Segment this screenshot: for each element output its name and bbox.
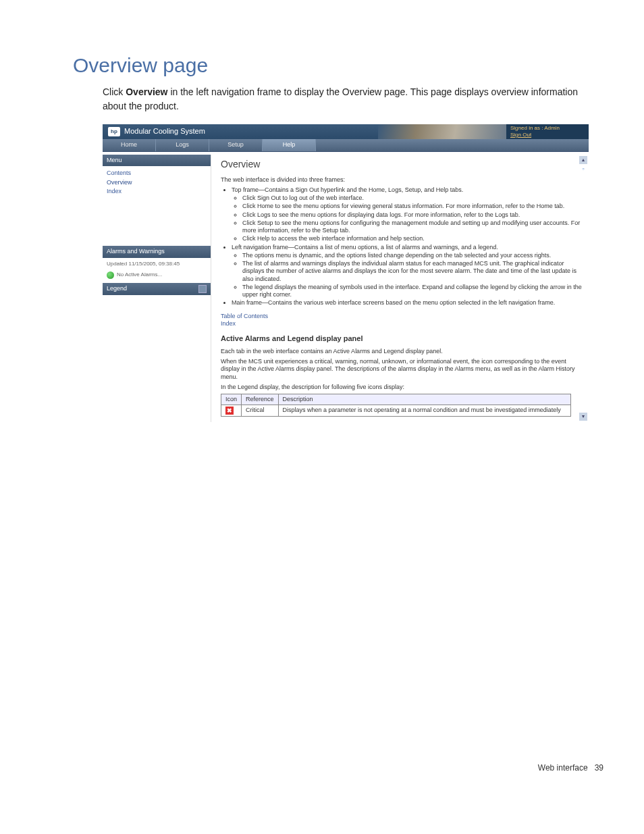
user-box: Signed in as : Admin Sign Out xyxy=(506,124,589,139)
ok-status-icon xyxy=(107,271,114,279)
scroll-down-icon[interactable]: ▾ xyxy=(579,413,587,421)
top-frame-sub-c: Click Logs to see the menu options for d… xyxy=(242,211,582,219)
app-title: Modular Cooling System xyxy=(124,124,205,139)
signed-in-label: Signed in as : Admin xyxy=(510,125,585,132)
top-frame-sub-b: Click Home to see the menu options for v… xyxy=(242,203,582,210)
tab-help[interactable]: Help xyxy=(263,139,316,151)
legend-header-label: Legend xyxy=(107,285,127,292)
th-icon: Icon xyxy=(221,394,242,405)
left-frame-text: Left navigation frame—Contains a list of… xyxy=(232,244,498,251)
page-footer: Web interface 39 xyxy=(538,763,603,773)
alarms-panel-header: Alarms and Warnings xyxy=(103,246,211,257)
intro-pre: Click xyxy=(103,86,126,97)
td-reference: Critical xyxy=(242,405,279,417)
tab-setup[interactable]: Setup xyxy=(209,139,263,151)
content-intro: The web interface is divided into three … xyxy=(221,176,582,184)
footer-page-number: 39 xyxy=(595,763,603,773)
intro-post: in the left navigation frame to display … xyxy=(103,86,578,111)
icon-legend-table: Icon Reference Description ✖ Critical Di… xyxy=(221,394,571,417)
expand-collapse-icon[interactable] xyxy=(198,285,207,293)
left-nav-frame: Menu Contents Overview Index Alarms and … xyxy=(103,155,211,422)
section-heading-active-alarms: Active Alarms and Legend display panel xyxy=(221,334,582,344)
legend-panel-body xyxy=(103,295,211,376)
scroll-marker-icon: ▫ xyxy=(579,165,587,174)
top-frame-item: Top frame—Contains a Sign Out hyperlink … xyxy=(232,186,582,243)
section-p2: Each tab in the web interface contains a… xyxy=(221,348,582,355)
app-body: Menu Contents Overview Index Alarms and … xyxy=(103,155,589,422)
left-frame-item: Left navigation frame—Contains a list of… xyxy=(232,244,582,299)
top-frame-text: Top frame—Contains a Sign Out hyperlink … xyxy=(232,186,463,193)
menu-header-label: Menu xyxy=(107,157,122,164)
alarms-panel-body: Updated 11/15/2005, 09:38:45 No Active A… xyxy=(103,258,211,283)
intro-paragraph: Click Overview in the left navigation fr… xyxy=(103,85,603,113)
section-p4: In the Legend display, the description f… xyxy=(221,384,582,391)
title-bar: hp Modular Cooling System Signed in as :… xyxy=(103,124,589,139)
td-description: Displays when a parameter is not operati… xyxy=(278,405,570,417)
sign-out-link[interactable]: Sign Out xyxy=(510,132,531,138)
left-frame-sub-b: The list of alarms and warnings displays… xyxy=(242,260,582,283)
critical-icon: ✖ xyxy=(225,407,234,415)
tab-bar: Home Logs Setup Help xyxy=(103,139,589,152)
top-frame-sub-a: Click Sign Out to log out of the web int… xyxy=(242,194,582,202)
content-heading: Overview xyxy=(221,159,582,171)
alarms-updated-label: Updated 11/15/2005, 09:38:45 xyxy=(107,261,207,267)
menu-panel-body: Contents Overview Index xyxy=(103,166,211,246)
no-alarms-label: No Active Alarms... xyxy=(117,271,162,278)
header-decorative-image xyxy=(378,124,506,139)
quick-links: Table of Contents Index xyxy=(221,313,582,328)
footer-section: Web interface xyxy=(538,763,588,773)
page-heading: Overview page xyxy=(73,54,603,77)
menu-panel-header: Menu xyxy=(103,155,211,166)
toc-link[interactable]: Table of Contents xyxy=(221,313,582,320)
section-p3: When the MCS unit experiences a critical… xyxy=(221,358,582,381)
hp-logo-icon: hp xyxy=(108,127,120,136)
th-description: Description xyxy=(278,394,570,405)
menu-link-contents[interactable]: Contents xyxy=(107,169,207,178)
top-frame-sub-d: Click Setup to see the menu options for … xyxy=(242,219,582,235)
alarms-header-label: Alarms and Warnings xyxy=(107,248,165,255)
tab-logs[interactable]: Logs xyxy=(156,139,209,151)
left-frame-sub-c: The legend displays the meaning of symbo… xyxy=(242,284,582,299)
left-frame-sub-a: The options menu is dynamic, and the opt… xyxy=(242,252,582,259)
alarm-row[interactable]: No Active Alarms... xyxy=(107,267,207,280)
intro-bold: Overview xyxy=(126,86,167,97)
app-screenshot: hp Modular Cooling System Signed in as :… xyxy=(103,124,589,422)
frames-list: Top frame—Contains a Sign Out hyperlink … xyxy=(232,186,582,307)
scroll-up-icon[interactable]: ▴ xyxy=(579,156,587,164)
td-icon: ✖ xyxy=(221,405,242,417)
menu-link-index[interactable]: Index xyxy=(107,187,207,196)
legend-panel-header[interactable]: Legend xyxy=(103,283,211,295)
main-frame: ▴ ▫ ▾ Overview The web interface is divi… xyxy=(211,155,589,422)
main-frame-item: Main frame—Contains the various web inte… xyxy=(232,299,582,307)
top-frame-sub-e: Click Help to access the web interface i… xyxy=(242,235,582,242)
menu-link-overview[interactable]: Overview xyxy=(107,178,207,187)
th-reference: Reference xyxy=(242,394,279,405)
table-header-row: Icon Reference Description xyxy=(221,394,571,405)
index-link[interactable]: Index xyxy=(221,320,582,328)
table-row: ✖ Critical Displays when a parameter is … xyxy=(221,405,571,417)
tab-home[interactable]: Home xyxy=(103,139,156,151)
